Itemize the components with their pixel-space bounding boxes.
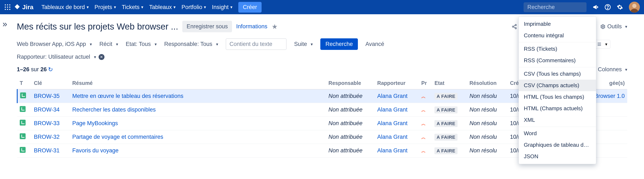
export-menu: ImprimableContenu intégralRSS (Tickets)R… [518, 16, 596, 164]
gear-icon [600, 24, 606, 29]
chevron-down-icon: ▾ [204, 4, 206, 10]
export-menu-item[interactable]: RSS (Commentaires) [519, 55, 596, 66]
col-reporter[interactable]: Rapporteur [375, 77, 419, 89]
export-menu-item[interactable]: JSON [519, 151, 596, 162]
chevron-down-icon: ▾ [174, 4, 176, 10]
issue-summary-link[interactable]: Page MyBookings [72, 120, 118, 126]
settings-icon[interactable] [617, 4, 623, 10]
filter-assignee[interactable]: Responsable: Tous▾ [164, 41, 218, 47]
nav-boards[interactable]: Tableaux▾ [146, 4, 178, 10]
status-badge: A FAIRE [434, 147, 457, 154]
page: » Mes récits sur les projets Web browser… [0, 14, 644, 158]
view-toggle[interactable]: ▾ [594, 40, 610, 49]
result-count: 1–26 sur 26 [17, 66, 47, 73]
priority-icon: ︽ [421, 135, 426, 140]
export-menu-item[interactable]: HTML (Champs actuels) [519, 103, 596, 114]
svg-point-7 [7, 9, 8, 10]
export-menu-item[interactable]: RSS (Tickets) [519, 43, 596, 55]
reporter-link[interactable]: Alana Grant [377, 147, 408, 154]
story-icon [20, 120, 26, 126]
issue-key-link[interactable]: BROW-32 [34, 134, 60, 140]
export-menu-item[interactable]: HTML (Tous les champs) [519, 91, 596, 103]
filter-type[interactable]: Récit▾ [100, 41, 118, 47]
priority-icon: ︽ [421, 94, 426, 99]
issue-key-link[interactable]: BROW-34 [34, 107, 60, 113]
filter-reporter[interactable]: Rapporteur: Utilisateur actuel▾ [17, 54, 96, 60]
filter-project[interactable]: Web Browser App, iOS App▾ [17, 41, 92, 47]
clear-reporter-icon[interactable]: ✕ [98, 54, 104, 60]
nav-projects[interactable]: Projets▾ [92, 4, 119, 10]
nav-insight[interactable]: Insight▾ [209, 4, 235, 10]
chevron-down-icon: ▾ [90, 42, 92, 47]
issue-summary-link[interactable]: Partage de voyage et commentaires [72, 134, 164, 140]
export-menu-item[interactable]: XML [519, 114, 596, 126]
apps-icon[interactable] [4, 4, 11, 10]
search-button[interactable]: Recherche [320, 38, 358, 50]
export-menu-item[interactable]: Word [519, 128, 596, 139]
nav-dashboards[interactable]: Tableaux de bord▾ [38, 4, 92, 10]
nav-tickets[interactable]: Tickets▾ [119, 4, 146, 10]
create-button[interactable]: Créer [238, 2, 262, 12]
status-badge: A FAIRE [434, 134, 457, 141]
issue-summary-link[interactable]: Mettre en œuvre le tableau des réservati… [72, 93, 184, 99]
issue-summary-link[interactable]: Favoris du voyage [72, 147, 119, 154]
chevron-down-icon: ▾ [311, 42, 313, 47]
jira-logo[interactable]: Jira [14, 3, 33, 11]
col-summary[interactable]: Résumé [70, 77, 326, 89]
help-icon[interactable] [604, 4, 611, 10]
reporter-link[interactable]: Alana Grant [377, 107, 408, 113]
issue-key-link[interactable]: BROW-35 [34, 93, 60, 99]
avatar[interactable] [629, 2, 640, 12]
resolution-text: Non résolu [470, 107, 497, 113]
svg-point-8 [9, 9, 10, 10]
filter-text-input[interactable] [226, 38, 286, 50]
resolution-text: Non résolu [470, 120, 497, 126]
filter-status[interactable]: Etat: Tous▾ [126, 41, 157, 47]
chevron-down-icon: ▾ [154, 42, 157, 47]
page-title: Mes récits sur les projets Web browser .… [17, 21, 178, 32]
col-assignee[interactable]: Responsable [326, 77, 375, 89]
svg-point-4 [7, 6, 8, 7]
issue-key-link[interactable]: BROW-33 [34, 120, 60, 126]
svg-point-6 [5, 9, 6, 10]
col-key[interactable]: Clé [31, 77, 70, 89]
story-icon [20, 147, 26, 153]
svg-point-1 [7, 4, 8, 5]
columns-button[interactable]: Colonnes▾ [598, 66, 627, 73]
reporter-link[interactable]: Alana Grant [377, 93, 408, 99]
export-menu-item[interactable]: Contenu intégral [519, 30, 596, 41]
search-input[interactable] [527, 4, 598, 10]
advanced-link[interactable]: Avancé [366, 41, 384, 47]
export-menu-item[interactable]: Imprimable [519, 18, 596, 30]
star-icon[interactable]: ★ [272, 23, 278, 31]
reporter-link[interactable]: Alana Grant [377, 134, 408, 140]
filter-more[interactable]: Suite▾ [294, 41, 313, 47]
export-menu-item[interactable]: CSV (Tous les champs) [519, 68, 596, 80]
nav-portfolio[interactable]: Portfolio▾ [178, 4, 209, 10]
search-box[interactable] [524, 2, 586, 12]
assignee-text: Non attribuée [328, 120, 362, 126]
svg-point-21 [602, 26, 604, 27]
tools-button[interactable]: Outils ▾ [600, 23, 627, 30]
issue-summary-link[interactable]: Rechercher les dates disponibles [72, 107, 156, 113]
chevron-down-icon: ▾ [216, 42, 218, 47]
info-link[interactable]: Informations [236, 23, 268, 30]
col-resolution[interactable]: Résolution [467, 77, 508, 89]
refresh-icon[interactable]: ↻ [48, 66, 53, 73]
reporter-link[interactable]: Alana Grant [377, 120, 408, 126]
col-type[interactable]: T [17, 77, 31, 89]
megaphone-icon[interactable] [592, 4, 599, 10]
top-nav: Jira Tableaux de bord▾ Projets▾ Tickets▾… [0, 0, 644, 14]
svg-line-20 [514, 27, 516, 28]
col-status[interactable]: Etat [432, 77, 467, 89]
chevron-down-icon: ▾ [625, 24, 627, 29]
save-as-button[interactable]: Enregistrer sous [182, 21, 232, 32]
issue-key-link[interactable]: BROW-31 [34, 147, 60, 154]
export-menu-item[interactable]: CSV (Champs actuels) [519, 80, 596, 91]
share-icon [512, 24, 517, 29]
list-icon [597, 42, 602, 47]
expand-sidebar-icon[interactable]: » [2, 19, 7, 29]
col-priority[interactable]: Pr [419, 77, 432, 89]
assignee-text: Non attribuée [328, 134, 362, 140]
export-menu-item[interactable]: Graphiques de tableau de... [519, 139, 596, 151]
